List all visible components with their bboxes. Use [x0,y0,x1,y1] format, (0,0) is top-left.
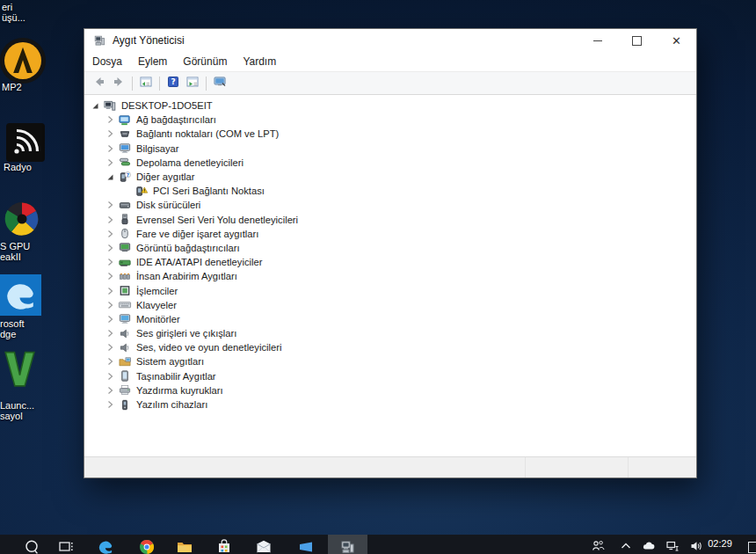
tree-item[interactable]: ?Diğer aygıtlar [84,170,696,184]
expand-chevron-icon[interactable] [105,356,115,367]
help-button[interactable]: ? [164,74,183,92]
tree-item[interactable]: PCI Seri Bağlantı Noktası [84,184,696,198]
tree-item-label: Ses, video ve oyun denetleyicileri [136,342,281,353]
tree-item[interactable]: Ses girişleri ve çıkışları [84,326,696,340]
expand-chevron-icon[interactable] [105,128,115,139]
window-titlebar[interactable]: Aygıt Yöneticisi ✕ [84,29,696,52]
tree-item[interactable]: Depolama denetleyicileri [84,156,696,170]
tree-item-label: Ağ bağdaştırıcıları [136,114,216,125]
tree-item[interactable]: Ses, video ve oyun denetleyicileri [84,340,696,354]
recycle-bin-desktop-label[interactable]: eri [2,2,12,12]
radio-desktop-icon[interactable] [6,123,45,162]
minimize-button[interactable] [578,29,617,52]
tree-item[interactable]: Klavyeler [84,298,696,312]
action-center-icon[interactable] [748,542,756,553]
tree-item[interactable]: Taşınabilir Aygıtlar [84,369,696,383]
gtav-launcher-desktop-icon[interactable] [0,349,40,389]
expand-chevron-icon[interactable] [105,328,115,339]
expand-chevron-icon[interactable] [105,371,115,382]
expand-chevron-icon[interactable] [105,114,115,125]
window-title: Aygıt Yöneticisi [113,34,185,47]
tree-item[interactable]: Bağlantı noktaları (COM ve LPT) [84,127,696,141]
microsoft-edge-desktop-label[interactable]: dge [0,329,16,339]
tree-item[interactable]: IDE ATA/ATAPI denetleyiciler [84,255,696,269]
gpu-tweak-desktop-icon[interactable] [3,200,41,238]
clock[interactable]: 02:29 [701,538,739,549]
software-device-icon [118,398,132,412]
unknown-device-icon: ? [118,171,132,184]
expand-chevron-icon[interactable] [105,399,115,410]
expand-chevron-icon[interactable] [105,342,115,353]
expand-chevron-icon[interactable] [105,243,115,253]
warning-device-icon [134,185,149,198]
aimp2-desktop-label[interactable]: MP2 [2,82,22,92]
taskbar-store-icon[interactable] [215,538,233,554]
expand-chevron-icon[interactable] [105,143,115,154]
taskbar-device-manager-icon[interactable] [338,538,356,554]
tray-people-icon[interactable] [591,539,605,553]
tree-item[interactable]: Disk sürücüleri [84,198,696,212]
menu-eylem[interactable]: Eylem [130,53,175,70]
mouse-icon [118,227,132,240]
forward-icon [112,75,126,92]
expand-chevron-icon[interactable] [105,157,115,168]
aimp2-desktop-icon[interactable] [0,36,47,85]
status-pane-3 [628,457,696,477]
menu-dosya[interactable]: Dosya [84,53,130,70]
tree-item[interactable]: Yazılım cihazları [84,397,696,412]
tray-chevron-up-icon[interactable] [619,539,633,553]
forward-button[interactable] [109,74,128,92]
expand-chevron-icon[interactable] [105,385,115,396]
taskbar-task-view-icon[interactable] [57,538,75,554]
tree-item[interactable]: İnsan Arabirim Aygıtları [84,269,696,283]
expand-chevron-icon[interactable] [105,286,115,296]
expand-chevron-icon[interactable] [105,271,115,281]
tree-item[interactable]: Monitörler [84,312,696,326]
gtav-launcher-desktop-label[interactable]: sayol [0,411,23,421]
microsoft-edge-desktop-icon[interactable] [0,274,41,316]
scan-hardware-button[interactable] [210,74,229,92]
expand-chevron-icon[interactable] [105,257,115,267]
taskbar-chrome-icon[interactable] [138,538,156,554]
taskbar-mail-icon[interactable] [255,538,273,554]
expand-chevron-icon[interactable] [105,300,115,310]
taskbar-search-icon[interactable] [23,538,40,554]
taskbar-edge-icon[interactable] [97,538,114,554]
expand-chevron-icon[interactable] [105,229,115,239]
properties-button[interactable] [183,74,202,92]
maximize-button[interactable] [617,29,657,52]
gpu-tweak-desktop-label[interactable]: S GPU [0,241,30,251]
close-button[interactable]: ✕ [657,29,696,52]
menu-yardm[interactable]: Yardım [235,53,284,70]
tray-network-icon[interactable] [665,539,680,553]
tree-item[interactable]: Bilgisayar [84,142,696,156]
taskbar-file-explorer-icon[interactable] [176,538,193,554]
menu-grnm[interactable]: Görünüm [175,53,235,70]
tray-onedrive-icon[interactable] [642,539,656,553]
gtav-launcher-desktop-label[interactable]: Launc... [0,400,34,411]
tree-item[interactable]: Fare ve diğer işaret aygıtları [84,227,696,241]
tree-item[interactable]: DESKTOP-1DO5EIT [84,98,696,113]
radio-desktop-label[interactable]: Radyo [4,162,32,172]
scan-hardware-icon [213,75,227,92]
microsoft-edge-desktop-label[interactable]: rosoft [0,318,25,329]
expand-chevron-icon[interactable] [105,314,115,324]
recycle-bin-desktop-label[interactable]: üşü... [2,12,25,23]
usb-controller-icon [118,213,132,226]
gpu-tweak-desktop-label[interactable]: eakII [0,251,21,262]
tree-item[interactable]: Sistem aygıtları [84,354,696,368]
taskbar-photos-icon[interactable] [297,538,315,554]
collapse-chevron-icon[interactable] [105,171,115,182]
tree-item[interactable]: İşlemciler [84,283,696,297]
expand-chevron-icon[interactable] [105,200,115,210]
tree-item[interactable]: Ağ bağdaştırıcıları [84,113,696,127]
toolbar-separator [159,77,160,91]
tree-item[interactable]: Yazdırma kuyrukları [84,383,696,397]
collapse-chevron-icon[interactable] [90,100,100,111]
tree-item[interactable]: Görüntü bağdaştırıcıları [84,241,696,255]
tree-item-label: Bağlantı noktaları (COM ve LPT) [136,128,279,139]
expand-chevron-icon[interactable] [105,215,115,225]
back-button[interactable] [90,74,109,92]
tree-item[interactable]: Evrensel Seri Veri Yolu denetleyicileri [84,213,696,227]
console-tree-button[interactable] [136,74,156,92]
